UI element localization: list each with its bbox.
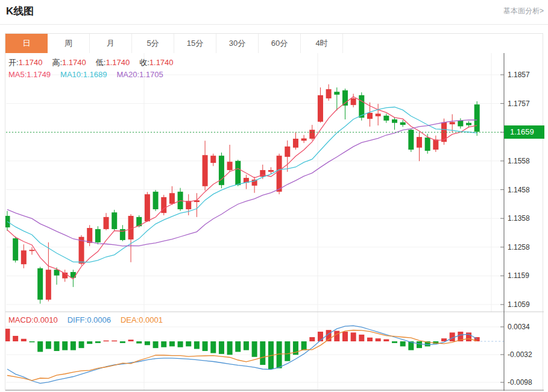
indicator-MA5: MA5:1.1749 [8,70,51,79]
candlestick-series [5,84,480,304]
candle-body [383,116,389,121]
candle-body [46,270,51,300]
macd-bar [104,341,109,342]
tab-15分[interactable]: 15分 [174,34,216,53]
indicator-MA20: MA20:1.1705 [116,70,163,79]
dea-line [7,330,477,381]
fundamental-analysis-link[interactable]: 基本面分析> [503,6,544,16]
macd-bar [260,341,265,365]
candle-body [169,193,175,204]
indicator-MACD: MACD:0.0010 [8,315,58,324]
tab-4时[interactable]: 4时 [301,34,343,53]
candle-body [210,156,216,163]
ma-readout: MA5:1.1749MA10:1.1689MA20:1.1705 [8,70,173,79]
candle-body [54,270,60,276]
macd-axis-label: -0.0098 [508,378,544,387]
macd-bar [392,341,397,343]
macd-bar [145,341,150,345]
price-axis-label: 1.1059 [508,300,544,309]
macd-bar [342,332,348,341]
candle-body [408,130,414,150]
macd-bar [62,341,68,350]
price-axis-label: 1.1458 [508,186,544,194]
current-price-tag: 1.1659 [504,125,544,139]
macd-bar [376,338,381,341]
macd-bar [87,341,92,344]
price-axis-label: 1.1857 [508,71,544,79]
candle-body [301,139,307,141]
macd-bar [417,341,422,348]
candle-body [145,194,150,221]
tab-周[interactable]: 周 [48,34,90,53]
candle-body [153,192,159,209]
macd-bar [227,341,233,355]
macd-readout: MACD:0.0010DIFF:0.0006DEA:0.0001 [8,315,172,324]
candle-body [203,155,208,186]
kline-widget: K线图 基本面分析> 日周月5分15分30分60分4时 开:1.1740高:1.… [0,0,548,392]
macd-bar [318,332,323,341]
tab-月[interactable]: 月 [90,34,132,53]
tab-60分[interactable]: 60分 [259,34,301,53]
macd-bar [178,341,183,347]
timeframe-tabs: 日周月5分15分30分60分4时 [5,33,543,53]
indicator-低: 低:1.1740 [96,58,130,67]
candle-body [128,216,134,239]
macd-bar [95,341,101,343]
macd-bar [351,332,356,341]
candle-body [309,130,315,139]
indicator-高: 高:1.1740 [52,58,86,67]
macd-bar [219,341,224,354]
ma5-line [7,96,477,279]
macd-bar [285,341,290,361]
macd-bar [30,341,35,343]
indicator-DEA: DEA:0.0001 [121,315,163,324]
macd-bar [136,341,142,343]
candle-body [466,123,471,125]
macd-bar [277,341,282,368]
macd-bar [210,341,216,353]
candle-body [334,92,339,95]
candle-body [30,250,35,251]
macd-bar [71,341,76,350]
indicator-MA10: MA10:1.1689 [60,70,107,79]
candle-body [277,156,282,192]
header-divider [0,24,548,25]
candle-body [367,113,373,119]
candle-body [95,229,101,242]
indicator-收: 收:1.1740 [139,58,173,67]
macd-bar [359,335,364,341]
macd-bar [186,341,191,346]
macd-bar [252,341,257,357]
candle-body [104,217,109,229]
macd-bar [37,341,43,352]
tab-30分[interactable]: 30分 [216,34,259,53]
macd-bar [5,329,10,341]
candle-body [13,238,18,261]
macd-bar [161,341,166,347]
candle-body [235,161,241,185]
candle-body [87,228,92,243]
macd-bar [244,341,249,350]
macd-bar [13,336,18,341]
macd-bar [334,331,339,341]
tab-日[interactable]: 日 [5,34,48,53]
macd-histogram [5,329,480,369]
candle-body [293,139,298,148]
candle-body [21,250,27,264]
price-axis-label: 1.1558 [508,157,544,165]
tab-5分[interactable]: 5分 [132,34,174,53]
candle-body [450,122,455,124]
macd-bar [54,341,60,351]
indicator-开: 开:1.1740 [8,58,42,67]
macd-bar [367,338,373,341]
candle-body [71,272,76,278]
candle-body [268,170,274,172]
ohlc-readout: 开:1.1740高:1.1740低:1.1740收:1.1740 [8,57,183,68]
kline-chart-canvas [5,53,544,391]
macd-bar [301,341,307,350]
macd-bar [194,341,200,349]
indicator-DIFF: DIFF:0.0006 [68,315,111,324]
chart-area[interactable] [5,53,543,391]
macd-bar [203,341,208,351]
candle-body [458,121,463,127]
